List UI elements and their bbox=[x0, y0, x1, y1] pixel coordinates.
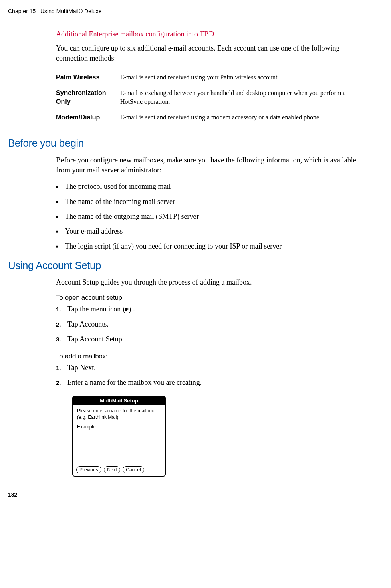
list-item: Enter a name for the mailbox you are cre… bbox=[56, 378, 367, 388]
requirements-list: The protocol used for incoming mail The … bbox=[56, 182, 367, 251]
list-item: The name of the outgoing mail (SMTP) ser… bbox=[56, 212, 367, 222]
method-desc: E-mail is sent and received using your P… bbox=[120, 70, 367, 85]
tbd-heading: Additional Enterprise mailbox configurat… bbox=[56, 30, 367, 38]
menu-icon bbox=[123, 307, 131, 313]
chapter-title: Using MultiMail® Deluxe bbox=[40, 8, 102, 14]
table-row: Palm Wireless E-mail is sent and receive… bbox=[56, 70, 367, 85]
list-item: The protocol used for incoming mail bbox=[56, 182, 367, 192]
list-item: The login script (if any) you need for c… bbox=[56, 241, 367, 251]
chapter-number: Chapter 15 bbox=[8, 8, 36, 14]
list-item: The name of the incoming mail server bbox=[56, 197, 367, 207]
method-label: Palm Wireless bbox=[56, 70, 120, 85]
open-account-steps: Tap the menu icon . Tap Accounts. Tap Ac… bbox=[56, 304, 367, 344]
section-heading-account-setup: Using Account Setup bbox=[8, 259, 367, 272]
chapter-header: Chapter 15 Using MultiMail® Deluxe bbox=[8, 8, 367, 18]
sub-heading-add-mailbox: To add a mailbox: bbox=[56, 352, 367, 360]
previous-button[interactable]: Previous bbox=[76, 466, 101, 473]
mailbox-name-input[interactable]: Example bbox=[77, 424, 157, 430]
list-item: Tap the menu icon . bbox=[56, 304, 367, 314]
method-desc: E-mail is sent and received using a mode… bbox=[120, 110, 367, 125]
section-heading-before-you-begin: Before you begin bbox=[8, 137, 367, 150]
multimail-setup-dialog: MultiMail Setup Please enter a name for … bbox=[72, 396, 166, 477]
intro-paragraph: You can configure up to six additional e… bbox=[56, 43, 367, 63]
table-row: Synchronization Only E-mail is exchanged… bbox=[56, 85, 367, 110]
table-row: Modem/Dialup E-mail is sent and received… bbox=[56, 110, 367, 125]
method-label: Modem/Dialup bbox=[56, 110, 120, 125]
step-text-pre: Tap the menu icon bbox=[67, 305, 123, 313]
list-item: Your e-mail address bbox=[56, 226, 367, 236]
connection-methods-table: Palm Wireless E-mail is sent and receive… bbox=[56, 70, 367, 125]
list-item: Tap Accounts. bbox=[56, 319, 367, 329]
page-number: 132 bbox=[8, 489, 367, 498]
cancel-button[interactable]: Cancel bbox=[123, 466, 144, 473]
method-desc: E-mail is exchanged between your handhel… bbox=[120, 85, 367, 110]
sub-heading-open-account-setup: To open account setup: bbox=[56, 294, 367, 302]
step-text-post: . bbox=[131, 305, 135, 313]
section2-intro: Account Setup guides you through the pro… bbox=[56, 277, 367, 287]
dialog-prompt: Please enter a name for the mailbox (e.g… bbox=[77, 408, 161, 420]
add-mailbox-steps: Tap Next. Enter a name for the mailbox y… bbox=[56, 363, 367, 388]
list-item: Tap Account Setup. bbox=[56, 334, 367, 344]
next-button[interactable]: Next bbox=[104, 466, 120, 473]
dialog-title: MultiMail Setup bbox=[73, 396, 165, 405]
list-item: Tap Next. bbox=[56, 363, 367, 373]
section1-intro: Before you configure new mailboxes, make… bbox=[56, 155, 367, 175]
input-value: Example bbox=[77, 424, 96, 430]
method-label: Synchronization Only bbox=[56, 85, 120, 110]
